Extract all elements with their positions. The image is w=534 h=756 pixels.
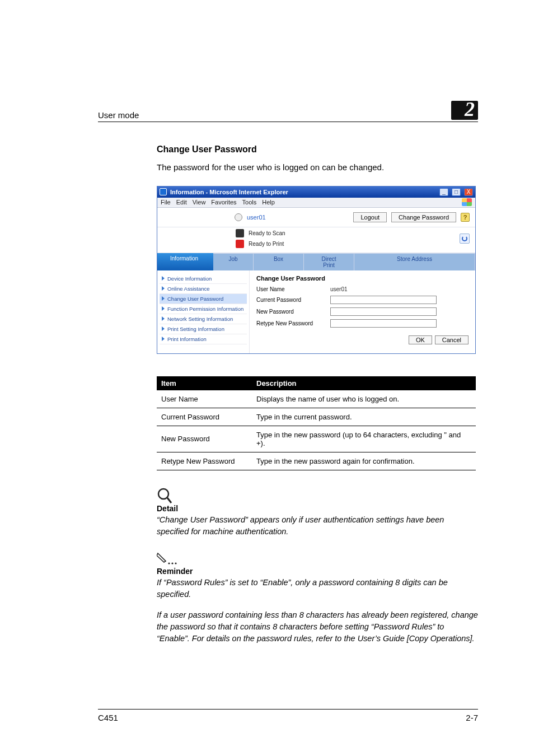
- pen-dots-icon: [157, 552, 179, 567]
- sidebar-item-print-information[interactable]: Print Information: [160, 334, 247, 344]
- retype-password-input[interactable]: [330, 319, 437, 328]
- cell-item: New Password: [157, 426, 252, 452]
- ie-icon: [160, 188, 167, 195]
- new-password-input[interactable]: [330, 307, 437, 316]
- status-print: Ready to Print: [249, 241, 284, 247]
- page-header: User mode 2: [98, 101, 478, 122]
- tab-store-address[interactable]: Store Address: [354, 253, 475, 270]
- sidebar-label: Device Information: [167, 276, 212, 282]
- browser-window: Information - Microsoft Internet Explore…: [157, 186, 476, 354]
- titlebar: Information - Microsoft Internet Explore…: [157, 186, 475, 198]
- cell-desc: Displays the name of user who is logged …: [252, 390, 476, 408]
- user-name-value: user01: [330, 286, 348, 292]
- main-tabs: Information Job Box Direct Print Store A…: [157, 253, 475, 270]
- triangle-icon: [162, 276, 165, 281]
- triangle-icon: [162, 286, 165, 291]
- window-title: Information - Microsoft Internet Explore…: [170, 189, 436, 195]
- user-icon: [235, 213, 242, 221]
- tab-box[interactable]: Box: [254, 253, 304, 270]
- sidebar-item-device-info[interactable]: Device Information: [160, 274, 247, 284]
- sidebar-label: Function Permission Information: [167, 306, 243, 312]
- status-scan: Ready to Scan: [249, 230, 285, 236]
- menu-view[interactable]: View: [193, 199, 206, 206]
- sidebar-item-network-setting[interactable]: Network Setting Information: [160, 314, 247, 324]
- menu-file[interactable]: File: [161, 199, 171, 206]
- sidebar-label: Print Setting Information: [167, 326, 224, 332]
- chapter-badge: 2: [451, 101, 478, 120]
- sidebar-item-change-user-password[interactable]: Change User Password: [160, 294, 247, 304]
- cell-item: Retype New Password: [157, 452, 252, 470]
- sidebar-item-print-setting[interactable]: Print Setting Information: [160, 324, 247, 334]
- detail-note: Detail “Change User Password” appears on…: [157, 487, 478, 538]
- footer-page-number: 2-7: [466, 713, 478, 722]
- table-row: Current PasswordType in the current pass…: [157, 408, 476, 426]
- cell-desc: Type in the current password.: [252, 408, 476, 426]
- table-row: Retype New PasswordType in the new passw…: [157, 452, 476, 470]
- current-password-input[interactable]: [330, 296, 437, 304]
- minimize-button[interactable]: _: [439, 188, 448, 196]
- sidebar: Device Information Online Assistance Cha…: [157, 270, 250, 353]
- table-row: New PasswordType in the new password (up…: [157, 426, 476, 452]
- header-section-name: User mode: [98, 110, 139, 120]
- magnifier-icon: [157, 487, 172, 504]
- page-footer: C451 2-7: [98, 709, 478, 722]
- logout-button[interactable]: Logout: [353, 212, 387, 222]
- triangle-icon: [162, 316, 165, 321]
- table-row: User NameDisplays the name of user who i…: [157, 390, 476, 408]
- svg-point-0: [158, 489, 168, 499]
- menu-tools[interactable]: Tools: [242, 199, 257, 206]
- triangle-icon: [162, 296, 165, 301]
- sidebar-label: Online Assistance: [167, 286, 210, 292]
- help-icon[interactable]: ?: [461, 213, 470, 222]
- reminder-body-2: If a user password containing less than …: [157, 609, 478, 645]
- menu-help[interactable]: Help: [262, 199, 275, 206]
- th-item: Item: [157, 376, 252, 390]
- current-password-label: Current Password: [256, 297, 324, 303]
- maximize-button[interactable]: □: [452, 188, 461, 196]
- status-row: Ready to Scan Ready to Print: [157, 227, 475, 253]
- tab-information[interactable]: Information: [157, 253, 213, 270]
- reminder-body-1: If “Password Rules” is set to “Enable”, …: [157, 577, 478, 600]
- retype-password-label: Retype New Password: [256, 320, 324, 326]
- menu-bar: File Edit View Favorites Tools Help: [157, 198, 475, 208]
- triangle-icon: [162, 326, 165, 331]
- cell-item: Current Password: [157, 408, 252, 426]
- windows-logo-icon: [462, 198, 472, 206]
- user-name-label: user01: [247, 214, 266, 221]
- svg-line-1: [167, 498, 171, 503]
- detail-body: “Change User Password” appears only if u…: [157, 514, 478, 538]
- change-password-top-button[interactable]: Change Password: [391, 212, 456, 222]
- triangle-icon: [162, 337, 165, 341]
- new-password-label: New Password: [256, 309, 324, 315]
- menu-favorites[interactable]: Favorites: [211, 199, 236, 206]
- tab-direct-print[interactable]: Direct Print: [304, 253, 354, 270]
- chapter-number: 2: [465, 98, 475, 120]
- form-title: Change User Password: [256, 275, 469, 282]
- section-title: Change User Password: [157, 144, 478, 155]
- cell-desc: Type in the new password (up to 64 chara…: [252, 426, 476, 452]
- cell-item: User Name: [157, 390, 252, 408]
- printer-icon: [236, 240, 244, 248]
- th-description: Description: [252, 376, 476, 390]
- sidebar-item-function-permission[interactable]: Function Permission Information: [160, 304, 247, 314]
- svg-point-2: [168, 562, 170, 564]
- scanner-icon: [236, 229, 244, 237]
- description-table: Item Description User NameDisplays the n…: [157, 376, 476, 470]
- svg-point-4: [175, 562, 176, 564]
- detail-title: Detail: [157, 504, 478, 513]
- tab-job[interactable]: Job: [213, 253, 254, 270]
- sidebar-label: Network Setting Information: [167, 316, 233, 322]
- reminder-note: Reminder If “Password Rules” is set to “…: [157, 552, 478, 645]
- top-toolbar: user01 Logout Change Password ?: [157, 208, 475, 227]
- menu-edit[interactable]: Edit: [176, 199, 187, 206]
- sidebar-item-online-assistance[interactable]: Online Assistance: [160, 284, 247, 294]
- table-header-row: Item Description: [157, 376, 476, 390]
- footer-model: C451: [98, 713, 118, 722]
- user-name-label: User Name: [256, 286, 324, 292]
- reminder-title: Reminder: [157, 567, 478, 576]
- ok-button[interactable]: OK: [409, 335, 432, 344]
- close-button[interactable]: X: [464, 188, 473, 196]
- cancel-button[interactable]: Cancel: [435, 335, 469, 344]
- refresh-icon[interactable]: [460, 234, 470, 244]
- sidebar-label: Print Information: [167, 336, 207, 342]
